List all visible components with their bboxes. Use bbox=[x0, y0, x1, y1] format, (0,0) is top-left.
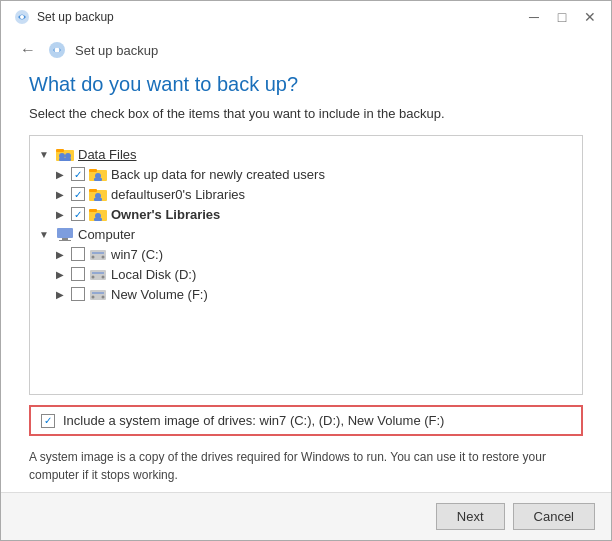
svg-rect-33 bbox=[92, 292, 104, 294]
svg-rect-25 bbox=[92, 252, 104, 254]
new-users-icon bbox=[88, 166, 108, 182]
expander-defaultuser0[interactable]: ▶ bbox=[52, 186, 68, 202]
data-files-label: Data Files bbox=[78, 147, 137, 162]
svg-rect-10 bbox=[89, 169, 97, 172]
svg-rect-32 bbox=[90, 290, 106, 300]
computer-label: Computer bbox=[78, 227, 135, 242]
defaultuser0-label: defaultuser0's Libraries bbox=[111, 187, 245, 202]
main-window: Set up backup ─ □ ✕ ← Set up backup What… bbox=[0, 0, 612, 541]
backup-icon bbox=[13, 8, 31, 26]
checkbox-locald[interactable] bbox=[71, 267, 85, 281]
expander-new-users[interactable]: ▶ bbox=[52, 166, 68, 182]
computer-icon bbox=[55, 226, 75, 242]
svg-point-27 bbox=[102, 256, 105, 259]
checkbox-win7c[interactable] bbox=[71, 247, 85, 261]
tree-item-new-users[interactable]: ▶ ✓ Back up data for newly created users bbox=[52, 164, 576, 184]
title-bar-title: Set up backup bbox=[37, 10, 114, 24]
owners-icon bbox=[88, 206, 108, 222]
title-bar: Set up backup ─ □ ✕ bbox=[1, 1, 611, 33]
system-image-note: A system image is a copy of the drives r… bbox=[29, 444, 583, 492]
page-title: What do you want to back up? bbox=[29, 73, 583, 96]
maximize-button[interactable]: □ bbox=[549, 4, 575, 30]
svg-point-1 bbox=[20, 15, 24, 19]
svg-rect-22 bbox=[62, 238, 68, 240]
svg-rect-24 bbox=[90, 250, 106, 260]
tree-item-win7c[interactable]: ▶ win7 (C:) bbox=[52, 244, 576, 264]
back-button[interactable]: ← bbox=[17, 39, 39, 61]
svg-rect-5 bbox=[56, 149, 64, 152]
title-bar-left: Set up backup bbox=[13, 8, 114, 26]
drive-f-icon bbox=[88, 286, 108, 302]
svg-rect-12 bbox=[94, 178, 102, 181]
system-image-label: Include a system image of drives: win7 (… bbox=[63, 413, 444, 428]
svg-rect-8 bbox=[59, 158, 71, 161]
nav-backup-icon bbox=[47, 40, 67, 60]
expander-win7c[interactable]: ▶ bbox=[52, 246, 68, 262]
checkbox-owners[interactable]: ✓ bbox=[71, 207, 85, 221]
svg-rect-23 bbox=[59, 240, 71, 241]
svg-point-3 bbox=[55, 48, 60, 53]
checkbox-new-users[interactable]: ✓ bbox=[71, 167, 85, 181]
drive-d-icon bbox=[88, 266, 108, 282]
tree-item-locald[interactable]: ▶ Local Disk (D:) bbox=[52, 264, 576, 284]
svg-rect-14 bbox=[89, 189, 97, 192]
expander-volumef[interactable]: ▶ bbox=[52, 286, 68, 302]
tree-item-defaultuser0[interactable]: ▶ ✓ defaultuser0's Libraries bbox=[52, 184, 576, 204]
system-image-checkbox[interactable]: ✓ bbox=[41, 414, 55, 428]
tree-item-computer[interactable]: ▼ Computer bbox=[36, 224, 576, 244]
tree-item-data-files[interactable]: ▼ Data Files bbox=[36, 144, 576, 164]
svg-point-30 bbox=[92, 276, 95, 279]
back-nav: ← Set up backup bbox=[1, 33, 611, 63]
page-description: Select the check box of the items that y… bbox=[29, 106, 583, 121]
win7c-label: win7 (C:) bbox=[111, 247, 163, 262]
title-bar-controls: ─ □ ✕ bbox=[521, 4, 603, 30]
svg-rect-29 bbox=[92, 272, 104, 274]
tree-item-owners-libraries[interactable]: ▶ ✓ Owner's Libraries bbox=[52, 204, 576, 224]
nav-title: Set up backup bbox=[75, 43, 158, 58]
svg-point-31 bbox=[102, 276, 105, 279]
svg-rect-28 bbox=[90, 270, 106, 280]
owners-label: Owner's Libraries bbox=[111, 207, 220, 222]
checkbox-defaultuser0[interactable]: ✓ bbox=[71, 187, 85, 201]
expander-data-files[interactable]: ▼ bbox=[36, 146, 52, 162]
svg-rect-18 bbox=[89, 209, 97, 212]
close-button[interactable]: ✕ bbox=[577, 4, 603, 30]
drive-c-icon bbox=[88, 246, 108, 262]
defaultuser0-icon bbox=[88, 186, 108, 202]
svg-point-34 bbox=[92, 296, 95, 299]
expander-locald[interactable]: ▶ bbox=[52, 266, 68, 282]
svg-rect-20 bbox=[94, 218, 102, 221]
svg-point-35 bbox=[102, 296, 105, 299]
new-users-label: Back up data for newly created users bbox=[111, 167, 325, 182]
volumef-label: New Volume (F:) bbox=[111, 287, 208, 302]
expander-owners[interactable]: ▶ bbox=[52, 206, 68, 222]
content-area: What do you want to back up? Select the … bbox=[1, 63, 611, 492]
minimize-button[interactable]: ─ bbox=[521, 4, 547, 30]
footer: Next Cancel bbox=[1, 492, 611, 540]
cancel-button[interactable]: Cancel bbox=[513, 503, 595, 530]
system-image-box: ✓ Include a system image of drives: win7… bbox=[29, 405, 583, 436]
svg-point-26 bbox=[92, 256, 95, 259]
checkbox-volumef[interactable] bbox=[71, 287, 85, 301]
data-files-icon bbox=[55, 146, 75, 162]
backup-tree[interactable]: ▼ Data Files ▶ ✓ bbox=[29, 135, 583, 395]
locald-label: Local Disk (D:) bbox=[111, 267, 196, 282]
svg-rect-16 bbox=[94, 198, 102, 201]
svg-rect-21 bbox=[57, 228, 73, 238]
next-button[interactable]: Next bbox=[436, 503, 505, 530]
tree-item-volumef[interactable]: ▶ New Volume (F:) bbox=[52, 284, 576, 304]
expander-computer[interactable]: ▼ bbox=[36, 226, 52, 242]
